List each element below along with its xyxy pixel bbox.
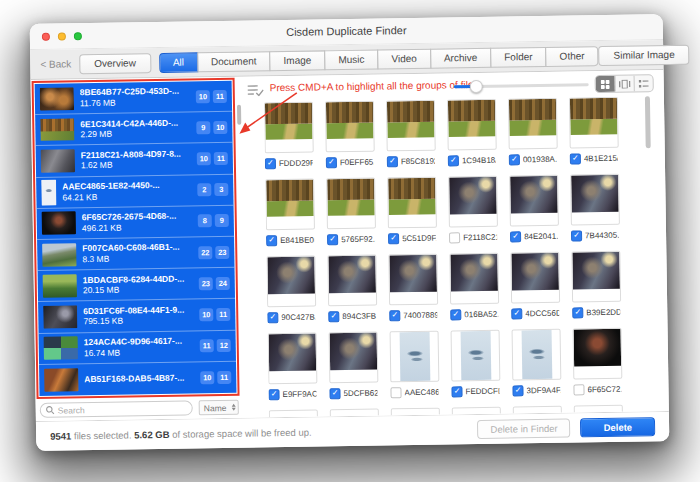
- file-cell: ✓B39E2DD...: [571, 251, 621, 320]
- group-size: 1.62 MB: [81, 159, 191, 171]
- duplicate-group-item[interactable]: F2118C21-A808-4D97-8...1.62 MB1011: [36, 143, 233, 177]
- file-label-row: ✓5DCFB62...: [329, 386, 378, 401]
- file-checkbox[interactable]: ✓: [265, 158, 276, 169]
- duplicate-group-item[interactable]: 8BE64B77-C25D-453D-...11.76 MB1011: [35, 81, 232, 115]
- file-thumbnail-card[interactable]: [573, 328, 623, 380]
- file-checkbox[interactable]: ✓: [511, 308, 522, 319]
- similar-image-button[interactable]: Similar Image: [598, 44, 689, 65]
- file-checkbox[interactable]: ✓: [387, 156, 398, 167]
- delete-button[interactable]: Delete: [580, 417, 655, 437]
- file-thumbnail-card[interactable]: [509, 175, 559, 227]
- delete-in-finder-button[interactable]: Delete in Finder: [477, 419, 570, 439]
- file-thumbnail-card[interactable]: [570, 174, 620, 226]
- file-thumbnail-card[interactable]: [571, 251, 621, 303]
- file-name: F85C8192...: [401, 156, 435, 166]
- file-cell: ✓F85C8192...: [386, 100, 436, 169]
- tab-archive[interactable]: Archive: [430, 47, 492, 68]
- file-cell: ✓90C427B...: [266, 256, 316, 325]
- grid-view-button[interactable]: [596, 76, 615, 92]
- file-label-row: 6F65C72...: [573, 382, 622, 397]
- file-thumbnail-card[interactable]: [326, 178, 376, 230]
- forest-thumbnail: [40, 118, 74, 142]
- content-scrollbar[interactable]: [645, 96, 651, 148]
- file-checkbox[interactable]: ✓: [571, 230, 582, 241]
- tab-other[interactable]: Other: [545, 46, 598, 67]
- tab-video[interactable]: Video: [377, 48, 431, 69]
- search-input[interactable]: Search: [40, 400, 193, 417]
- file-thumbnail-card[interactable]: [390, 331, 440, 383]
- file-thumbnail-card[interactable]: [325, 101, 375, 153]
- cave-thumbnail: [40, 87, 74, 111]
- file-checkbox[interactable]: [573, 384, 584, 395]
- file-checkbox[interactable]: ✓: [389, 310, 400, 321]
- file-checkbox[interactable]: ✓: [450, 309, 461, 320]
- file-checkbox[interactable]: [390, 387, 401, 398]
- file-thumbnail-card[interactable]: [447, 99, 497, 151]
- selected-count: 9541: [50, 430, 71, 441]
- duplicate-group-item[interactable]: 6F65C726-2675-4D68-...496.21 KB89: [37, 206, 234, 240]
- file-thumbnail-card[interactable]: [448, 176, 498, 228]
- file-checkbox[interactable]: ✓: [388, 233, 399, 244]
- file-checkbox[interactable]: ✓: [328, 311, 339, 322]
- duplicate-group-item[interactable]: 124ACA4C-9D96-4617-...16.74 MB1112: [39, 330, 236, 364]
- tab-all[interactable]: All: [159, 52, 198, 73]
- file-checkbox[interactable]: ✓: [572, 307, 583, 318]
- woman-thumbnail: [510, 176, 558, 214]
- status-text-part: files selected.: [71, 429, 134, 441]
- file-checkbox[interactable]: ✓: [267, 312, 278, 323]
- file-thumbnail-card[interactable]: [268, 333, 318, 385]
- file-checkbox[interactable]: ✓: [327, 234, 338, 245]
- file-checkbox[interactable]: ✓: [268, 389, 279, 400]
- file-thumbnail-card[interactable]: [265, 179, 315, 231]
- coverflow-view-button[interactable]: [615, 76, 634, 92]
- file-thumbnail-card[interactable]: [388, 254, 438, 306]
- file-checkbox[interactable]: ✓: [512, 385, 523, 396]
- tab-document[interactable]: Document: [197, 51, 271, 72]
- duplicate-group-item[interactable]: F007CA60-C608-46B1-...8.3 MB2223: [37, 237, 234, 271]
- duplicate-group-item[interactable]: 6D31FC6F-08E4-44F1-9...795.15 KB1011: [38, 299, 235, 333]
- file-checkbox[interactable]: ✓: [510, 231, 521, 242]
- tab-music[interactable]: Music: [324, 49, 378, 70]
- file-thumbnail-card[interactable]: [386, 100, 436, 152]
- group-count-badge: 3: [214, 183, 228, 196]
- trees-thumbnail: [266, 180, 314, 218]
- thumbnail-size-slider[interactable]: [454, 83, 589, 88]
- tab-image[interactable]: Image: [269, 50, 325, 71]
- file-checkbox[interactable]: ✓: [266, 235, 277, 246]
- file-thumbnail-card[interactable]: [327, 255, 377, 307]
- file-checkbox[interactable]: ✓: [509, 154, 520, 165]
- file-label-row: ✓B39E2DD...: [572, 305, 621, 320]
- file-thumbnail-card[interactable]: [451, 330, 501, 382]
- sidebar-scrollbar[interactable]: [237, 105, 241, 125]
- duplicate-group-item[interactable]: AB51F168-DAB5-4B87-...1011: [39, 361, 236, 395]
- select-all-icon[interactable]: [247, 83, 264, 96]
- file-thumbnail-card[interactable]: [449, 253, 499, 305]
- file-checkbox[interactable]: ✓: [329, 388, 340, 399]
- file-thumbnail-card[interactable]: [329, 332, 379, 384]
- file-thumbnail-card[interactable]: [569, 97, 619, 149]
- file-checkbox[interactable]: ✓: [326, 157, 337, 168]
- file-thumbnail-card[interactable]: [512, 329, 562, 381]
- file-checkbox[interactable]: ✓: [451, 386, 462, 397]
- list-view-button[interactable]: [634, 75, 653, 91]
- file-thumbnail-card[interactable]: [266, 256, 316, 308]
- woman-thumbnail: [449, 177, 497, 215]
- file-checkbox[interactable]: ✓: [448, 155, 459, 166]
- file-thumbnail-card[interactable]: [264, 102, 314, 154]
- tab-folder[interactable]: Folder: [490, 46, 547, 67]
- file-checkbox[interactable]: [449, 232, 460, 243]
- file-thumbnail-card[interactable]: [387, 177, 437, 229]
- group-info: F2118C21-A808-4D97-8...1.62 MB: [81, 148, 191, 171]
- slider-knob[interactable]: [470, 80, 483, 93]
- overview-button[interactable]: Overview: [79, 53, 151, 74]
- duplicate-group-item[interactable]: 1BDACBF8-6284-44DD-...20.15 MB2324: [38, 268, 235, 302]
- duplicate-group-item[interactable]: 6E1C3414-C42A-446D-...2.29 MB910: [35, 112, 232, 146]
- file-checkbox[interactable]: ✓: [570, 153, 581, 164]
- file-thumbnail-card[interactable]: [510, 252, 560, 304]
- back-button[interactable]: < Back: [40, 58, 71, 69]
- file-thumbnail-card[interactable]: [508, 98, 558, 150]
- sort-dropdown[interactable]: Name: [199, 400, 239, 416]
- trees-thumbnail: [265, 103, 313, 141]
- duplicate-group-item[interactable]: AAEC4865-1E82-4450-...64.21 KB23: [36, 174, 233, 208]
- duplicate-groups-list: 8BE64B77-C25D-453D-...11.76 MB10116E1C34…: [35, 81, 237, 396]
